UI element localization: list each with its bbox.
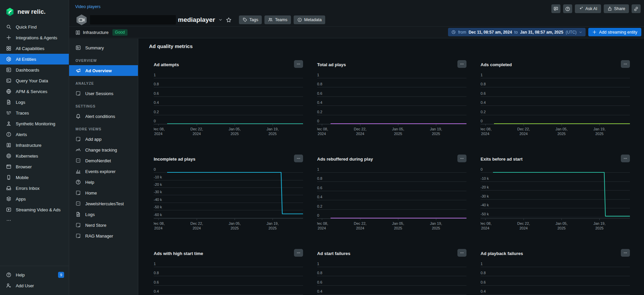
x-tick-label: Jan 05,2025 bbox=[386, 127, 410, 136]
time-segment: Jan 31, 08:57 am, 2025 bbox=[520, 30, 563, 35]
sidebar-item-all-entities[interactable]: All Entities bbox=[0, 54, 69, 65]
global-sidebar: new relic. Quick FindIntegrations & Agen… bbox=[0, 0, 69, 295]
entity-nav-item-ad-overview[interactable]: Ad Overview bbox=[69, 65, 138, 76]
x-tick-label: Jan 19,2025 bbox=[261, 221, 284, 230]
entity-nav-item-summary[interactable]: Summary bbox=[69, 42, 138, 53]
sidebar-item-apm-services[interactable]: APM & Services bbox=[0, 86, 69, 97]
entity-nav-section-overview: OVERVIEW bbox=[69, 53, 138, 65]
entity-nav-item-events-explorer[interactable]: Events explorer bbox=[69, 166, 138, 177]
chart-series bbox=[317, 172, 466, 219]
sidebar-item-quick-find[interactable]: Quick Find bbox=[0, 22, 69, 32]
x-tick-label: Jan 05,2025 bbox=[223, 127, 246, 136]
entity-nav-item-home[interactable]: Home bbox=[69, 187, 138, 198]
sidebar-item-browser[interactable]: Browser bbox=[0, 161, 69, 172]
share-button[interactable]: Share bbox=[604, 4, 629, 13]
x-tick-label: Dec 08,2024 bbox=[317, 127, 334, 136]
add-streaming-entity-button[interactable]: Add streaming entity bbox=[588, 28, 641, 36]
infrastructure-icon bbox=[6, 142, 11, 148]
terminal-icon bbox=[6, 78, 11, 83]
x-tick-label: Jan 19,2025 bbox=[424, 127, 448, 136]
globe-icon bbox=[6, 89, 11, 94]
sidebar-item-query-your-data[interactable]: Query Your Data bbox=[0, 75, 69, 86]
entity-nav-item-logs[interactable]: Logs bbox=[69, 209, 138, 220]
plus-icon bbox=[6, 35, 11, 40]
time-segment: (UTC) bbox=[565, 30, 577, 35]
metadata-button[interactable]: Metadata bbox=[294, 15, 325, 24]
entity-nav-item-add-app[interactable]: Add app bbox=[69, 134, 138, 144]
entity-nav-item-help[interactable]: Help bbox=[69, 177, 138, 187]
sidebar-item-alerts[interactable]: Alerts bbox=[0, 129, 69, 140]
sidebar-item-all-capabilities[interactable]: All Capabilities bbox=[0, 43, 69, 54]
sidebar-item-synthetic-monitoring[interactable]: Synthetic Monitoring bbox=[0, 118, 69, 129]
entity-nav-item-jewelsherculestest[interactable]: JewelsHerculesTest bbox=[69, 198, 138, 209]
sidebar-item-integrations-agents[interactable]: Integrations & Agents bbox=[0, 32, 69, 43]
chart-exits-before-ad-start: Exits before ad start0-10 k-20 k-30 k-40… bbox=[481, 155, 630, 249]
entity-title-row: mediaplayer bbox=[178, 15, 232, 25]
help-icon bbox=[565, 6, 570, 11]
tags-button[interactable]: Tags bbox=[239, 15, 262, 24]
new-relic-logo[interactable]: new relic. bbox=[0, 0, 69, 19]
sidebar-item-traces[interactable]: Traces bbox=[0, 108, 69, 118]
entities-icon bbox=[6, 56, 11, 62]
feedback-button[interactable] bbox=[551, 4, 560, 13]
sidebar-item-logs[interactable]: Logs bbox=[0, 97, 69, 108]
sidebar-item-infrastructure[interactable]: Infrastructure bbox=[0, 140, 69, 151]
chart-ads-completed: Ads completed10.80.60.40.20Dec 08,2024De… bbox=[481, 60, 630, 155]
sidebar-item-mobile[interactable]: Mobile bbox=[0, 172, 69, 183]
teams-button[interactable]: Teams bbox=[264, 15, 291, 24]
sidebar-footer-help[interactable]: Help9 bbox=[0, 269, 69, 280]
nerdlet-icon bbox=[76, 201, 81, 206]
x-tick-label: Dec 22,2024 bbox=[348, 221, 372, 230]
x-tick-label: Dec 22,2024 bbox=[185, 127, 208, 136]
time-range-picker[interactable]: fromDec 11, 08:57 am, 2024toJan 31, 08:5… bbox=[448, 28, 586, 36]
chevron-down-icon[interactable] bbox=[218, 18, 222, 22]
app-check-icon bbox=[76, 136, 81, 142]
link-icon bbox=[634, 6, 639, 11]
entity-type-row: Infrastructure Good bbox=[75, 29, 128, 36]
ask-ai-button[interactable]: Ask AI bbox=[575, 4, 601, 13]
sidebar-item-label: Streaming Video & Ads bbox=[16, 207, 60, 212]
help-button[interactable] bbox=[563, 4, 572, 13]
entity-nav-item-label: User Sessions bbox=[85, 91, 113, 96]
entity-nav-item-demonerdlet[interactable]: DemoNerdlet bbox=[69, 155, 138, 166]
sidebar-item-kubernetes[interactable]: Kubernetes bbox=[0, 151, 69, 161]
time-segment: to bbox=[514, 30, 518, 35]
sidebar-footer-add-user[interactable]: Add User bbox=[0, 280, 69, 291]
chart-series bbox=[154, 78, 303, 125]
share-icon bbox=[607, 6, 612, 11]
breadcrumb-video-players[interactable]: Video players bbox=[75, 4, 101, 9]
sidebar-item-label: All Capabilities bbox=[16, 46, 44, 51]
permalink-button[interactable] bbox=[632, 4, 641, 13]
entity-nav-item-user-sessions[interactable]: User Sessions bbox=[69, 88, 138, 99]
nerdlet-icon bbox=[76, 158, 81, 163]
entity-nav-item-label: Summary bbox=[85, 45, 104, 50]
page-title[interactable]: mediaplayer bbox=[178, 16, 215, 24]
star-icon[interactable] bbox=[226, 17, 232, 23]
help-icon bbox=[76, 179, 81, 185]
help-count-badge: 9 bbox=[58, 272, 64, 278]
plus-icon bbox=[592, 30, 597, 34]
entity-nav-item-label: Logs bbox=[85, 212, 95, 217]
tag-icon bbox=[243, 17, 247, 22]
sidebar-item-errors-inbox[interactable]: Errors Inbox bbox=[0, 183, 69, 194]
sidebar-item-apps[interactable]: Apps bbox=[0, 194, 69, 204]
entity-nav-section-analyze: ANALYZE bbox=[69, 76, 138, 88]
entity-nav-item-alert-conditions[interactable]: Alert conditions bbox=[69, 111, 138, 122]
sidebar-item-streaming-video-ads[interactable]: Streaming Video & Ads bbox=[0, 204, 69, 215]
app-check-icon bbox=[76, 190, 81, 196]
x-tick-label: Dec 08,2024 bbox=[154, 221, 170, 230]
dashboard-icon bbox=[76, 45, 81, 50]
sidebar-item-item[interactable] bbox=[0, 215, 69, 226]
chevron-down-icon bbox=[579, 31, 582, 34]
entity-nav-item-change-tracking[interactable]: Change tracking bbox=[69, 144, 138, 155]
sidebar-item-label: Errors Inbox bbox=[16, 186, 40, 191]
mobile-icon bbox=[6, 175, 11, 180]
sidebar-item-label: Kubernetes bbox=[16, 154, 38, 159]
entity-nav-item-rag-manager[interactable]: RAG Manager bbox=[69, 230, 138, 241]
chart-series bbox=[481, 267, 630, 295]
entity-nav-item-label: JewelsHerculesTest bbox=[85, 201, 124, 206]
sidebar-item-dashboards[interactable]: Dashboards bbox=[0, 65, 69, 75]
time-segment: Dec 11, 08:57 am, 2024 bbox=[468, 30, 512, 35]
entity-nav-item-nerd-store[interactable]: Nerd Store bbox=[69, 220, 138, 230]
sidebar-item-label: Logs bbox=[16, 100, 25, 105]
